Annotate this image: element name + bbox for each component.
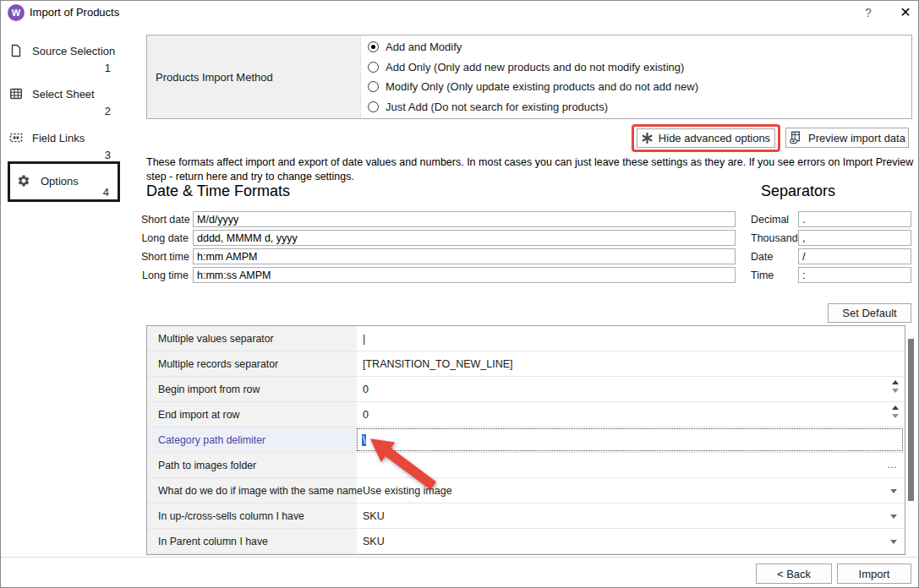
sidebar-item-select-sheet[interactable]: Select Sheet 2 — [9, 86, 112, 117]
sidebar-item-field-links[interactable]: Field Links 3 — [9, 130, 112, 161]
spin-down-icon[interactable] — [892, 389, 899, 393]
date-separator-row: Date — [751, 248, 911, 264]
field-label: Thousand — [751, 232, 798, 244]
help-button[interactable]: ? — [858, 4, 878, 21]
spin-up-icon[interactable] — [892, 406, 899, 410]
row-label: What do we do if image with the same nam… — [147, 478, 357, 503]
table-row: What do we do if image with the same nam… — [147, 478, 905, 504]
sidebar-item-label: Select Sheet — [32, 88, 95, 101]
radio-button-icon[interactable] — [368, 62, 379, 73]
table-row: In up-/cross-sells column I have SKU — [147, 504, 905, 529]
window-title: Import of Products — [30, 6, 119, 19]
row-label: Multiple records separator — [147, 351, 357, 376]
row-label: Path to images folder — [147, 453, 357, 477]
row-label: In up-/cross-sells column I have — [147, 504, 357, 528]
close-button[interactable]: ✕ — [895, 3, 916, 22]
row-label: Category path delimiter — [147, 427, 357, 452]
step-number: 2 — [9, 105, 112, 117]
row-value: | — [363, 333, 365, 345]
document-icon — [9, 44, 23, 57]
table-row: In Parent column I have SKU — [147, 529, 905, 554]
radio-add-only[interactable]: Add Only (Only add new products and do n… — [368, 58, 911, 75]
short-time-input[interactable] — [193, 248, 736, 264]
row-label: End import at row — [147, 402, 357, 427]
parent-column-dropdown[interactable]: SKU — [357, 529, 905, 553]
chevron-down-icon[interactable] — [890, 489, 897, 493]
radio-button-icon[interactable] — [368, 81, 379, 92]
radio-label: Add and Modify — [386, 41, 462, 53]
field-label: Short time — [141, 251, 189, 263]
advanced-options-table: Multiple values separator | Multiple rec… — [146, 325, 905, 555]
spin-down-icon[interactable] — [892, 414, 899, 418]
app-logo-icon: W — [8, 4, 25, 21]
button-label: Set Default — [842, 307, 896, 319]
short-date-input[interactable] — [193, 211, 736, 227]
settings-description: These formats affect import and export o… — [146, 155, 917, 184]
preview-import-data-button[interactable]: Preview import data — [785, 128, 909, 148]
short-date-row: Short date — [141, 211, 736, 227]
field-label: Long time — [141, 270, 189, 281]
table-row-category-path-delimiter: Category path delimiter \ — [147, 427, 905, 453]
row-value: SKU — [363, 510, 385, 522]
radio-label: Modify Only (Only update existing produc… — [386, 80, 698, 93]
import-button[interactable]: Import — [837, 564, 911, 584]
browse-ellipsis-button[interactable]: … — [887, 459, 898, 471]
time-separator-input[interactable] — [798, 267, 911, 283]
spin-up-icon[interactable] — [892, 380, 899, 384]
row-value: 0 — [363, 409, 369, 421]
image-same-name-dropdown[interactable]: Use existing image — [357, 478, 905, 503]
chevron-down-icon[interactable] — [890, 540, 897, 544]
up-cross-sells-column-dropdown[interactable]: SKU — [357, 504, 905, 528]
long-time-input[interactable] — [193, 267, 736, 283]
row-value: SKU — [363, 536, 385, 547]
sidebar-item-options-active[interactable]: Options 4 — [8, 161, 120, 202]
decimal-separator-input[interactable] — [798, 211, 911, 227]
row-value: 0 — [363, 384, 369, 395]
table-row: Multiple values separator | — [147, 326, 905, 351]
long-date-row: Long date — [141, 230, 736, 246]
chevron-down-icon[interactable] — [890, 514, 897, 519]
multiple-values-separator-input[interactable]: | — [357, 326, 905, 351]
footer-divider — [1, 557, 918, 558]
row-label: Multiple values separator — [147, 326, 357, 351]
scrollbar-thumb[interactable] — [908, 339, 914, 501]
sheet-grid-icon — [9, 87, 23, 101]
radio-just-add[interactable]: Just Add (Do not search for existing pro… — [368, 98, 911, 115]
step-number: 3 — [9, 149, 112, 161]
table-row: Begin import from row 0 — [147, 377, 905, 402]
sidebar-item-source-selection[interactable]: Source Selection 1 — [9, 43, 112, 74]
date-time-formats-heading: Date & Time Formats — [146, 182, 290, 200]
button-label: Hide advanced options — [659, 132, 770, 144]
field-label: Decimal — [751, 214, 798, 226]
hide-advanced-options-button[interactable]: Hide advanced options — [637, 128, 775, 148]
radio-add-and-modify[interactable]: Add and Modify — [368, 39, 911, 56]
radio-label: Add Only (Only add new products and do n… — [386, 61, 684, 74]
category-path-delimiter-input[interactable]: \ — [357, 428, 903, 451]
preview-table-eye-icon — [789, 131, 802, 144]
thousand-separator-input[interactable] — [798, 230, 911, 246]
radio-button-icon[interactable] — [368, 101, 379, 112]
multiple-records-separator-input[interactable]: [TRANSITION_TO_NEW_LINE] — [357, 351, 905, 376]
row-label: Begin import from row — [147, 377, 357, 401]
step-number: 1 — [9, 62, 112, 74]
radio-button-icon[interactable] — [368, 41, 379, 52]
back-button[interactable]: < Back — [756, 564, 832, 584]
date-separator-input[interactable] — [798, 248, 911, 264]
field-label: Date — [751, 251, 798, 263]
button-label: Preview import data — [808, 132, 905, 144]
asterisk-icon — [642, 133, 653, 144]
long-date-input[interactable] — [193, 230, 736, 246]
separators-heading: Separators — [761, 182, 835, 200]
set-default-button[interactable]: Set Default — [828, 303, 911, 323]
sidebar-item-label: Options — [41, 175, 79, 188]
gear-icon — [17, 174, 30, 188]
table-scrollbar[interactable] — [908, 327, 914, 553]
field-label: Short date — [141, 214, 189, 226]
table-row: Path to images folder … — [147, 453, 905, 478]
field-label: Time — [751, 270, 798, 281]
radio-modify-only[interactable]: Modify Only (Only update existing produc… — [368, 79, 911, 95]
begin-import-from-row-spinner[interactable]: 0 — [357, 377, 905, 401]
path-to-images-folder-input[interactable]: … — [357, 453, 905, 477]
row-label: In Parent column I have — [147, 529, 357, 553]
end-import-at-row-spinner[interactable]: 0 — [357, 402, 905, 427]
